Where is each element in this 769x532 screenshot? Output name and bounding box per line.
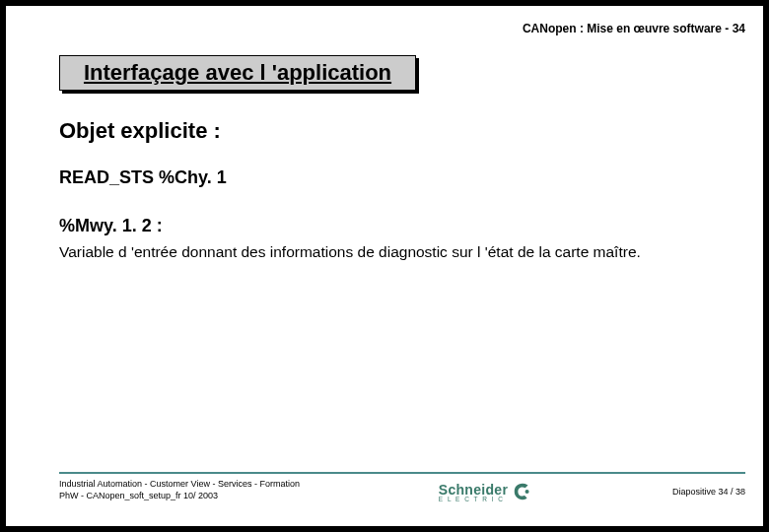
brand-logo: Schneider E L E C T R I C (439, 479, 533, 502)
footer-row: Industrial Automation - Customer View - … (59, 479, 745, 502)
heading-read-sts: READ_STS %Chy. 1 (59, 167, 745, 188)
logo-swirl-icon (512, 481, 533, 502)
body-text: Variable d 'entrée donnant des informati… (59, 242, 745, 261)
footer-left: Industrial Automation - Customer View - … (59, 479, 300, 501)
heading-mwy: %Mwy. 1. 2 : (59, 216, 745, 236)
slide-header: CANopen : Mise en œuvre software - 34 (523, 22, 745, 35)
logo-sub: E L E C T R I C (439, 496, 505, 502)
title-box-text: Interfaçage avec l 'application (84, 60, 391, 86)
header-title: CANopen : Mise en œuvre software - (523, 22, 729, 35)
title-box: Interfaçage avec l 'application (59, 55, 416, 91)
footer-line2: PhW - CANopen_soft_setup_fr 10/ 2003 (59, 491, 300, 502)
slide-counter: Diapositive 34 / 38 (672, 479, 745, 497)
logo-text-block: Schneider E L E C T R I C (439, 482, 508, 502)
footer-line1: Industrial Automation - Customer View - … (59, 479, 300, 491)
svg-point-0 (525, 490, 529, 494)
footer: Industrial Automation - Customer View - … (59, 472, 745, 502)
heading-objet: Objet explicite : (59, 118, 745, 144)
footer-rule (59, 472, 745, 474)
content-area: Objet explicite : READ_STS %Chy. 1 %Mwy.… (59, 118, 745, 261)
header-pageno: 34 (733, 22, 745, 35)
slide: CANopen : Mise en œuvre software - 34 In… (6, 6, 763, 526)
